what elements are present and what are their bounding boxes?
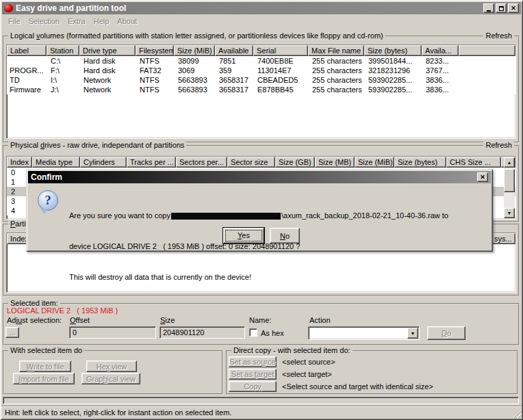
column-header[interactable]: Drive type [79, 45, 136, 56]
copy-button[interactable]: Copy [229, 381, 277, 392]
physical-drives-refresh[interactable]: Refresh [483, 141, 514, 149]
close-button[interactable]: ✕ [508, 3, 519, 13]
cell-max-file-name: 255 characters [308, 85, 364, 94]
cell-serial: E878BB45 [253, 85, 308, 94]
direct-copy-title: Direct copy - with selected item do: [231, 346, 353, 354]
column-header[interactable]: Tracks per ... [127, 157, 176, 168]
cell-station: J:\ [47, 85, 79, 94]
logical-volumes-list[interactable]: Label Station Drive type Filesystem Size… [6, 44, 516, 139]
size-label: Size [160, 316, 175, 324]
cell-max-file-name: 255 characters [308, 66, 364, 75]
column-header[interactable]: Available [215, 45, 253, 56]
size-field[interactable]: 2048901120 [160, 326, 245, 339]
maximize-button[interactable] [496, 3, 507, 13]
dialog-message: Are you sure you want to copy\axum_rack_… [69, 190, 485, 303]
table-row[interactable]: TD I:\ Network NTFS 5663893 3658317 CBEA… [7, 75, 515, 85]
title-bar[interactable]: Easy drive and partition tool ✕ [2, 2, 521, 14]
minimize-button[interactable] [483, 3, 494, 13]
table-row[interactable]: PROGR... F:\ Hard disk FAT32 3069 359 11… [7, 66, 515, 75]
cell-max-file-name: 255 characters [308, 75, 364, 85]
column-header[interactable]: Size (bytes) [394, 157, 446, 168]
column-header[interactable]: Cylinders [80, 157, 127, 168]
menu-item-help[interactable]: Help [90, 16, 114, 26]
column-header[interactable]: CHS Size ... [446, 157, 501, 168]
adjust-selection-label: Adjust selection: [7, 316, 62, 324]
message-after-redaction: \axum_rack_backup_2018-02-21_10-40-36.ra… [281, 211, 448, 220]
close-icon: ✕ [480, 174, 485, 181]
as-hex-label: As hex [261, 329, 284, 337]
table-row[interactable]: Firmware J:\ Network NTFS 5663893 365831… [7, 85, 515, 94]
column-header[interactable]: Serial [253, 45, 308, 56]
cell-serial: 113014E7 [253, 66, 308, 75]
chevron-down-icon[interactable]: ▼ [407, 328, 418, 339]
column-header[interactable]: Sector size [227, 157, 275, 168]
scroll-up-icon[interactable]: ▲ [504, 157, 515, 168]
write-to-file-button[interactable]: Write to file [19, 360, 71, 372]
physical-drives-scrollbar[interactable]: ▲ ▼ [504, 157, 515, 218]
column-header[interactable]: Size (bytes) [364, 45, 422, 56]
table-row[interactable]: C:\ Hard disk NTFS 38099 7851 7400EB8E 2… [7, 56, 515, 66]
as-hex-checkbox[interactable] [249, 328, 257, 337]
logical-volumes-refresh[interactable]: Refresh [483, 31, 514, 40]
window-title: Easy drive and partition tool [16, 3, 483, 13]
dialog-title: Confirm [31, 172, 477, 182]
scrollbar-track[interactable] [504, 168, 515, 208]
cell-available: 3658317 [215, 85, 253, 94]
scrollbar-thumb[interactable] [504, 169, 515, 192]
set-as-source-button[interactable]: Set as source [229, 356, 277, 367]
copy-hint: <Select source and target with identical… [282, 382, 433, 391]
cell-filesystem: NTFS [136, 56, 174, 66]
column-header[interactable]: Size (MiB) [355, 157, 394, 168]
maximize-icon [499, 6, 504, 11]
adjust-selection-button[interactable]: ... [5, 327, 19, 338]
column-header[interactable]: Station [47, 45, 79, 56]
menu-item-about[interactable]: About [113, 16, 141, 26]
status-hint: Hint: left click to select, right-click … [5, 408, 231, 417]
do-button[interactable]: Do [427, 326, 465, 340]
import-from-file-button[interactable]: Import from file [13, 373, 75, 384]
column-header[interactable]: Availa... [422, 45, 459, 56]
window-controls: ✕ [483, 3, 519, 13]
column-header[interactable]: sys... [491, 233, 515, 244]
yes-button[interactable]: Yes [223, 228, 264, 244]
column-header[interactable]: Max File name [308, 45, 364, 56]
column-header[interactable]: Label [7, 45, 47, 56]
column-header[interactable]: Index [7, 157, 32, 168]
column-header[interactable]: Filesystem [136, 45, 174, 56]
cell-size-bytes: 3218231296 [364, 66, 422, 75]
scroll-down-icon[interactable]: ▼ [504, 208, 515, 218]
resize-grip[interactable] [512, 409, 521, 418]
no-button[interactable]: No [270, 228, 300, 244]
physical-drives-title: Physical drives - raw drive, independant… [8, 141, 186, 149]
hex-view-button[interactable]: Hex view [86, 360, 137, 372]
column-header[interactable]: Size (MiB) [174, 45, 215, 56]
dialog-close-button[interactable]: ✕ [477, 172, 488, 182]
cell-station: I:\ [47, 75, 79, 85]
cell-drive-type: Network [79, 75, 136, 85]
column-header[interactable]: Size (GB) [275, 157, 315, 168]
dialog-title-bar[interactable]: Confirm ✕ [28, 171, 491, 183]
cell-filesystem: NTFS [136, 75, 174, 85]
menu-item-extra[interactable]: Extra [64, 16, 90, 26]
redacted-path [171, 213, 281, 220]
cell-station: C:\ [47, 56, 79, 66]
graphical-view-button[interactable]: Graphical view [81, 373, 140, 384]
menu-bar: File Selection Extra Help About [2, 15, 521, 27]
set-as-target-button[interactable]: Set as target [229, 369, 277, 380]
column-header[interactable]: Media type [32, 157, 80, 168]
cell-serial: 7400EB8E [253, 56, 308, 66]
column-header[interactable]: Size (MB) [315, 157, 355, 168]
dialog-message-line3: This will destroy all data that is curre… [69, 272, 485, 283]
yes-button-label: Yes [225, 230, 262, 241]
cell-drive-type: Hard disk [79, 66, 136, 75]
cell-label [7, 56, 47, 66]
cell-size-mib: 5663893 [174, 75, 215, 85]
offset-field[interactable]: 0 [69, 326, 156, 339]
cell-available: 3658317 [215, 75, 253, 85]
menu-item-selection[interactable]: Selection [25, 16, 64, 26]
name-label: Name: [249, 316, 271, 324]
menu-item-file[interactable]: File [4, 16, 25, 26]
physical-drives-header: Index Media type Cylinders Tracks per ..… [7, 157, 515, 168]
column-header[interactable]: Sectors per... [176, 157, 227, 168]
action-combobox[interactable]: ▼ [308, 326, 420, 340]
